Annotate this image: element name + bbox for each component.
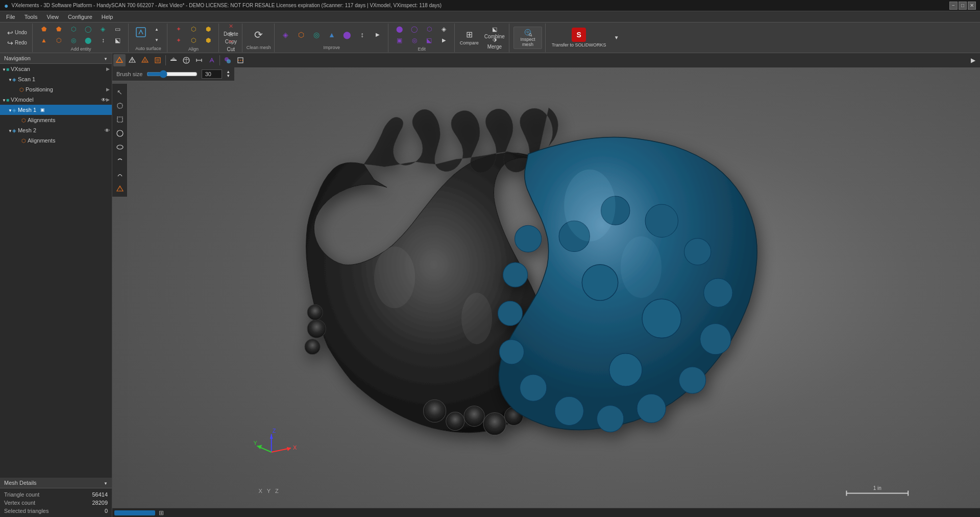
blue-mesh-object xyxy=(498,137,757,432)
auto-surface-arrow-dn[interactable]: ▼ xyxy=(150,35,164,45)
view-tb-section-icon[interactable] xyxy=(234,54,247,66)
improve-btn-1[interactable]: ◈ xyxy=(279,26,293,44)
edit-btn-7[interactable]: ⬕ xyxy=(422,35,436,45)
brush-slider[interactable] xyxy=(146,70,198,78)
brush-decrement[interactable]: ▼ xyxy=(226,74,230,78)
tool-brush-round[interactable] xyxy=(114,127,126,139)
svg-point-29 xyxy=(423,400,446,422)
mesh2-eye-icon[interactable] xyxy=(105,127,110,133)
entity-btn-1[interactable]: ⬟ xyxy=(37,24,51,34)
vxmodel-eye-icon[interactable] xyxy=(101,97,106,103)
align-btn-2[interactable]: ⬡ xyxy=(186,24,201,34)
edit-btn-3[interactable]: ⬡ xyxy=(422,24,436,34)
tool-triangle[interactable] xyxy=(114,182,126,195)
menu-tools[interactable]: Tools xyxy=(20,13,42,21)
svg-point-55 xyxy=(515,225,542,252)
improve-btn-2[interactable]: ⬡ xyxy=(294,26,308,44)
view-tb-color-icon[interactable] xyxy=(222,54,234,66)
solidworks-expand[interactable]: ▼ xyxy=(609,33,624,43)
view-tb-orient-icon[interactable] xyxy=(180,54,192,66)
entity-btn-12[interactable]: ⬕ xyxy=(111,35,125,45)
entity-btn-10[interactable]: ⬤ xyxy=(81,35,95,45)
entity-btn-3[interactable]: ⬡ xyxy=(66,24,81,34)
grid-button[interactable]: ⊞ xyxy=(157,509,165,517)
tree-vxmodel[interactable]: ■ VXmodel ▶ xyxy=(0,95,112,105)
mesh-details-header[interactable]: Mesh Details xyxy=(0,478,112,488)
minimize-button[interactable]: − xyxy=(949,2,958,10)
undo-button[interactable]: ↩ Undo xyxy=(5,28,29,38)
merge-button[interactable]: ⬗ Merge xyxy=(482,38,507,48)
tool-arc[interactable] xyxy=(114,169,126,181)
edit-btn-6[interactable]: ◎ xyxy=(407,35,422,45)
menu-configure[interactable]: Configure xyxy=(64,13,96,21)
title-text: VXelements - 3D Software Platform - Hand… xyxy=(11,3,442,8)
tree-scan1[interactable]: ◈ Scan 1 xyxy=(0,74,112,84)
solidworks-button[interactable]: S Transfer to SOLIDWORKS xyxy=(550,27,608,49)
align-btn-5[interactable]: ⬡ xyxy=(186,35,201,45)
improve-btn-4[interactable]: ▲ xyxy=(325,26,339,44)
align-btn-1[interactable]: ✦ xyxy=(172,24,186,34)
improve-btn-5[interactable]: ⬤ xyxy=(340,26,354,44)
view-tb-select1-icon[interactable] xyxy=(139,54,151,66)
entity-btn-9[interactable]: ◎ xyxy=(66,35,81,45)
vertex-count-value: 28209 xyxy=(92,500,108,506)
scene-background: X Y Z X Y Z 1 in xyxy=(128,53,980,517)
left-panel: Navigation ■ VXscan ▶ ◈ Scan 1 ⬡ Positio… xyxy=(0,53,112,517)
inspect-mesh-button[interactable]: Inspect mesh xyxy=(513,27,542,49)
auto-surface-arrow-up[interactable]: ▲ xyxy=(150,24,164,34)
menu-help[interactable]: Help xyxy=(97,13,117,21)
improve-btn-expand[interactable]: ▶ xyxy=(371,26,385,44)
entity-btn-5[interactable]: ◈ xyxy=(96,24,110,34)
auto-surface-btn[interactable] xyxy=(133,24,149,40)
view-tb-wire-icon[interactable] xyxy=(126,54,138,66)
tree-positioning[interactable]: ⬡ Positioning ▶ xyxy=(0,84,112,95)
align-btn-6[interactable]: ⬢ xyxy=(201,35,215,45)
cut-button[interactable]: ✂ Cut xyxy=(222,42,240,49)
svg-point-49 xyxy=(597,405,624,432)
entity-btn-6[interactable]: ▭ xyxy=(111,24,125,34)
improve-btn-3[interactable]: ◎ xyxy=(309,26,324,44)
redo-button[interactable]: ↪ Redo xyxy=(5,38,29,48)
view-tb-measure-icon[interactable] xyxy=(193,54,205,66)
tree-mesh2[interactable]: ◈ Mesh 2 xyxy=(0,125,112,135)
tree-vxscan[interactable]: ■ VXscan ▶ xyxy=(0,64,112,74)
compare-button[interactable]: ⊞ Compare xyxy=(458,27,481,49)
entity-btn-11[interactable]: ↕ xyxy=(96,35,110,45)
svg-point-58 xyxy=(609,354,642,386)
brush-value[interactable] xyxy=(202,69,222,79)
entity-btn-2[interactable]: ⬟ xyxy=(52,24,66,34)
edit-btn-expand[interactable]: ▶ xyxy=(437,35,451,45)
navigation-header[interactable]: Navigation xyxy=(0,53,112,64)
edit-btn-1[interactable]: ⬤ xyxy=(393,24,407,34)
tool-oval[interactable] xyxy=(114,141,126,153)
edit-section: ⬤ ◯ ⬡ ◈ ▣ ◎ ⬕ ▶ Edit xyxy=(389,24,455,52)
tree-alignments1[interactable]: ⬡ Alignments xyxy=(0,115,112,125)
view-tb-select2-icon[interactable] xyxy=(152,54,164,66)
close-button[interactable]: ✕ xyxy=(968,2,976,10)
tool-lasso[interactable] xyxy=(114,100,126,112)
maximize-button[interactable]: □ xyxy=(959,2,967,10)
menu-view[interactable]: View xyxy=(42,13,63,21)
viewport[interactable]: ▶ Brush size ▲ ▼ ↖ xyxy=(112,53,980,517)
edit-btn-4[interactable]: ◈ xyxy=(437,24,451,34)
align-btn-3[interactable]: ⬢ xyxy=(201,24,215,34)
svg-point-25 xyxy=(117,130,123,136)
svg-point-53 xyxy=(498,301,522,325)
improve-btn-6[interactable]: ↕ xyxy=(355,26,370,44)
view-tb-expand-icon[interactable]: ▶ xyxy=(967,54,979,66)
tool-cursor[interactable]: ↖ xyxy=(114,86,126,98)
entity-btn-7[interactable]: ▲ xyxy=(37,35,51,45)
view-tb-clip-icon[interactable] xyxy=(167,54,180,66)
tool-rect-select[interactable] xyxy=(114,113,126,126)
align-btn-4[interactable]: ✦ xyxy=(172,35,186,45)
menu-file[interactable]: File xyxy=(2,13,19,21)
tool-line[interactable] xyxy=(114,155,126,167)
entity-btn-8[interactable]: ⬡ xyxy=(52,35,66,45)
view-tb-annotate-icon[interactable] xyxy=(206,54,218,66)
edit-btn-2[interactable]: ◯ xyxy=(407,24,422,34)
view-tb-mesh-icon[interactable] xyxy=(113,54,126,66)
tree-alignments2[interactable]: ⬡ Alignments xyxy=(0,135,112,146)
tree-mesh1[interactable]: ◈ Mesh 1 ▣ xyxy=(0,105,112,115)
edit-btn-5[interactable]: ▣ xyxy=(393,35,407,45)
entity-btn-4[interactable]: ◯ xyxy=(81,24,95,34)
